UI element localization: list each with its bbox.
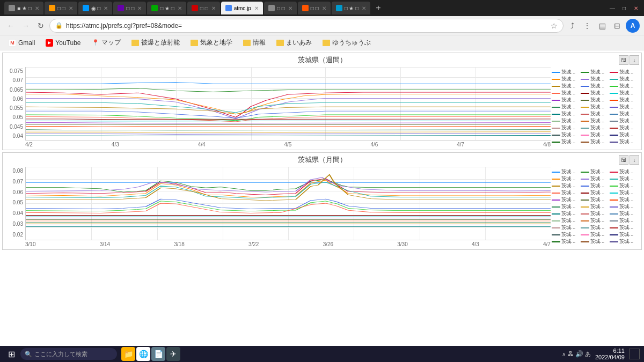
settings-button[interactable]: ⋮ [581,19,594,32]
legend-item-8: 茨城県(ひたち) [581,83,609,90]
y-label-m2: 0.07 [13,179,23,184]
taskbar-app-files[interactable]: 📄 [151,347,165,361]
y-label-m6: 0.03 [13,221,23,227]
x-label-7: 4/8 [543,142,551,147]
tab-5[interactable]: □ ★ □✕ [147,2,186,14]
chart-monthly-download[interactable]: ↓ [630,155,639,165]
bookmark-folder2[interactable]: 気象と地学 [186,37,237,49]
taskbar-app-plane[interactable]: ✈ [166,347,180,361]
chart-weekly-plot [25,67,551,141]
bookmark-maps[interactable]: 📍 マップ [87,37,125,49]
taskbar-time: 6:11 2022/04/09 [595,348,625,360]
legend-m-12: 茨城県(下妻市) [610,190,638,196]
tab-8[interactable]: □ □✕ [264,2,297,14]
maximize-button[interactable]: □ [620,4,628,12]
legend-m-16: 茨城県(鹿嶋市) [552,204,580,210]
y-label-7: 0.045 [10,124,23,130]
files-icon: 📄 [154,350,163,358]
legend-m-27: 茨城県(稲敷村) [610,225,638,231]
chart-weekly-save[interactable]: 🖫 [619,55,628,65]
explorer-icon: 📁 [124,350,133,358]
tab-10[interactable]: □ ★ □✕ [332,2,371,14]
chart-weekly-download[interactable]: ↓ [630,55,639,65]
legend-m-30: 茨城県(東海村) [610,232,638,238]
legend-item-20: 茨城県(筑西町) [581,111,609,117]
download-button[interactable]: ⊟ [611,19,624,32]
tab-2[interactable]: □ □✕ [45,2,77,14]
legend-item-5: 茨城県(水戸市) [581,76,609,83]
close-button[interactable]: ✕ [632,4,640,12]
bookmark-gmail[interactable]: M Gmail [4,37,39,49]
legend-m-9: 茨城県(大洗町) [610,183,638,189]
tab-6[interactable]: □ □✕ [187,2,220,14]
legend-item-4: 茨城県(北茨城) [552,76,580,83]
x-label-m1: 3/10 [25,241,35,247]
taskbar-search-label: ここに入力して検索 [34,350,87,358]
legend-m-24: 茨城県(常陸市) [610,218,638,224]
legend-m-17: 茨城県(行方市) [581,204,609,210]
lock-icon: 🔒 [55,22,63,29]
reload-button[interactable]: ↻ [34,19,47,32]
taskbar-app-explorer[interactable]: 📁 [121,347,135,361]
browser-tabs: ■ ★ □✕ □ □✕ ◉ □✕ □ □✕ □ ★ □✕ □ □✕ atmc.j… [4,2,609,14]
chart-weekly-xlabels: 4/2 4/3 4/4 4/5 4/6 4/7 4/8 [25,141,551,147]
bookmark-folder5[interactable]: ゆうちゅうぶ [318,37,375,49]
x-label-m7: 4/3 [472,241,479,247]
tab-7-active[interactable]: atmc.jp✕ [221,2,263,14]
legend-item-29: 茨城県(阿見町) [581,132,609,138]
youtube-icon: ▶ [46,39,53,47]
taskbar-search[interactable]: 🔍 ここに入力して検索 [20,348,117,360]
url-text: https://atmc.jp/prefs.cgi?pref=08&mode= [66,22,547,29]
folder4-icon [276,40,284,46]
bookmark-star-icon[interactable]: ☆ [551,21,558,30]
tab-1[interactable]: ■ ★ □✕ [4,2,43,14]
y-label-5: 0.055 [10,105,23,111]
bookmarks-bar: M Gmail ▶ YouTube 📍 マップ 被爆と放射能 気象と地学 情報 … [0,35,644,50]
legend-item-27: 茨城県(稲敷村) [610,125,638,131]
bookmark-folder1[interactable]: 被爆と放射能 [127,37,184,49]
bookmark-folder4[interactable]: まいあみ [272,37,316,49]
address-bar[interactable]: 🔒 https://atmc.jp/prefs.cgi?pref=08&mode… [49,19,564,33]
chart-weekly-svg [26,67,551,140]
back-button[interactable]: ← [4,19,17,32]
minimize-button[interactable]: — [609,4,616,12]
legend-m-3: 茨城県(那珂市) [610,169,638,175]
charts-area[interactable]: 茨城県（週間） 🖫 ↓ 0.075 0.07 0.065 0.06 0.055 … [0,50,644,346]
tab-3[interactable]: ◉ □✕ [78,2,113,14]
title-bar: ■ ★ □✕ □ □✕ ◉ □✕ □ □✕ □ ★ □✕ □ □✕ atmc.j… [0,0,644,16]
bookmark-youtube[interactable]: ▶ YouTube [41,37,85,49]
legend-m-7: 茨城県(行方市) [552,183,580,189]
x-label-6: 4/7 [457,142,464,147]
bookmark-folder3[interactable]: 情報 [239,37,270,49]
x-label-m8: 4/7 [543,241,551,247]
legend-m-21: 茨城県(筑西市) [610,211,638,217]
start-button[interactable]: ⊞ [4,347,18,361]
tray-up-icon[interactable]: ∧ [562,351,566,357]
legend-item-24: 茨城県(常陸市) [610,118,638,124]
taskbar-apps: 📁 🌐 📄 ✈ [121,347,180,361]
legend-m-20: 茨城県(筑西町) [581,211,609,217]
chart-monthly-save[interactable]: 🖫 [619,155,628,165]
tab-9[interactable]: □ □✕ [298,2,331,14]
taskbar-app-chrome[interactable]: 🌐 [136,347,150,361]
show-desktop-button[interactable] [629,349,640,359]
forward-button[interactable]: → [19,19,32,32]
sidebar-toggle[interactable]: ▤ [596,19,609,32]
bookmark-folder3-label: 情報 [253,38,266,47]
legend-m-10: 茨城県(筑田市) [552,190,580,196]
date-display: 2022/04/09 [595,354,625,360]
profile-button[interactable]: A [626,19,640,33]
legend-m-8: 茨城県(ひたち) [581,183,609,189]
tab-4[interactable]: □ □✕ [113,2,146,14]
legend-item-17: 茨城県(行方市) [581,104,609,110]
x-label-m2: 3/14 [100,241,110,247]
y-label-8: 0.04 [13,133,23,139]
y-label-6: 0.05 [13,114,23,120]
share-button[interactable]: ⤴ [566,19,579,32]
legend-m-28: 茨城県(水戸市) [552,232,580,238]
y-label-1: 0.075 [10,68,23,74]
bookmark-maps-label: マップ [101,38,121,47]
speaker-icon: 🔊 [575,350,583,358]
tab-new[interactable]: + [371,2,385,14]
chart-monthly-svg [26,167,551,240]
